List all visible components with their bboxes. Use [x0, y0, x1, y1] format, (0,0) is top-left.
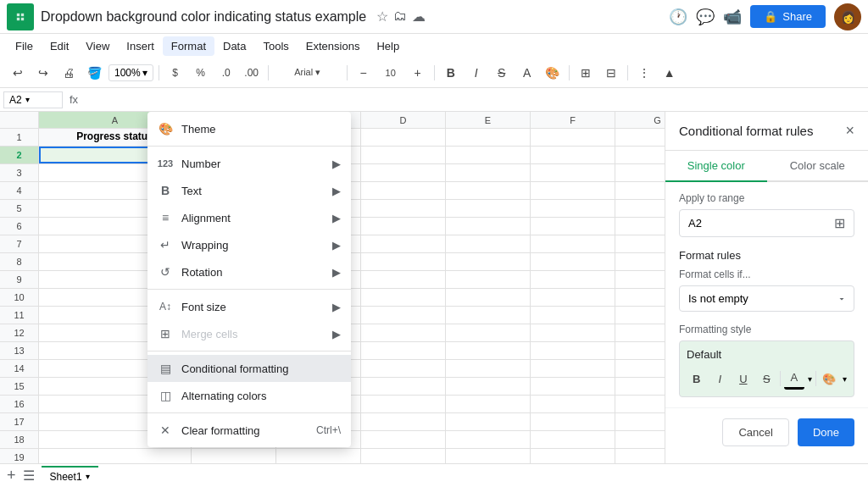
- menu-edit[interactable]: Edit: [42, 36, 77, 56]
- decrease-decimal-button[interactable]: .0: [215, 62, 237, 84]
- col-header-d[interactable]: D: [361, 112, 446, 128]
- range-grid-icon: ⊞: [834, 215, 845, 231]
- cell-ref-value: A2: [9, 94, 22, 106]
- menu-data[interactable]: Data: [214, 36, 254, 56]
- comment-icon[interactable]: 💬: [696, 8, 715, 26]
- text-color-button[interactable]: A: [516, 62, 538, 84]
- folder-icon[interactable]: 🗂: [393, 8, 407, 25]
- cell-e1[interactable]: [446, 129, 531, 146]
- fill-color-style-button[interactable]: 🎨: [819, 368, 839, 390]
- text-label: Text: [181, 185, 324, 197]
- menu-entry-alignment[interactable]: ≡ Alignment ▶: [147, 204, 351, 231]
- menu-entry-merge-cells[interactable]: ⊞ Merge cells ▶: [147, 320, 351, 347]
- increase-decimal-button[interactable]: .00: [241, 62, 263, 84]
- cloud-icon[interactable]: ☁: [412, 8, 426, 25]
- underline-style-button[interactable]: U: [733, 368, 754, 390]
- font-select[interactable]: Arial ▾: [274, 62, 342, 84]
- cell-e2[interactable]: [446, 147, 531, 163]
- collapse-toolbar-button[interactable]: ▲: [659, 62, 681, 84]
- sheet-tab-1[interactable]: Sheet1 ▾: [42, 466, 98, 486]
- percent-button[interactable]: %: [190, 62, 212, 84]
- redo-button[interactable]: ↪: [32, 62, 54, 84]
- italic-style-button[interactable]: I: [710, 368, 731, 390]
- user-avatar[interactable]: 👩: [834, 3, 861, 30]
- tab-color-scale[interactable]: Color scale: [767, 151, 869, 180]
- menu-view[interactable]: View: [77, 36, 118, 56]
- font-size-input[interactable]: 10: [378, 62, 403, 84]
- italic-button[interactable]: I: [465, 62, 487, 84]
- svg-rect-0: [14, 10, 27, 23]
- range-box[interactable]: A2 ⊞: [679, 209, 854, 237]
- share-label: Share: [782, 10, 812, 23]
- call-icon[interactable]: 📹: [723, 8, 742, 26]
- text-format-icon: B: [158, 183, 173, 198]
- cell-d1[interactable]: [361, 129, 446, 146]
- merge-cells-label: Merge cells: [181, 328, 324, 340]
- undo-button[interactable]: ↩: [7, 62, 29, 84]
- bold-button[interactable]: B: [440, 62, 462, 84]
- menu-entry-text[interactable]: B Text ▶: [147, 177, 351, 204]
- tab-single-color[interactable]: Single color: [665, 151, 767, 182]
- text-color-arrow[interactable]: ▾: [808, 374, 812, 384]
- cell-reference[interactable]: A2 ▾: [3, 91, 63, 108]
- text-color-style-button[interactable]: A: [784, 368, 804, 390]
- lock-icon: 🔒: [764, 10, 777, 23]
- cf-close-button[interactable]: ×: [845, 122, 854, 140]
- formula-bar: A2 ▾ fx: [0, 88, 868, 112]
- menu-entry-number[interactable]: 123 Number ▶: [147, 150, 351, 177]
- menu-entry-conditional-formatting[interactable]: ▤ Conditional formatting: [147, 355, 351, 382]
- print-button[interactable]: 🖨: [58, 62, 80, 84]
- bold-style-button[interactable]: B: [687, 368, 707, 390]
- condition-dropdown[interactable]: Is not empty Is empty Text contains Text…: [679, 285, 854, 312]
- menu-entry-rotation[interactable]: ↺ Rotation ▶: [147, 258, 351, 285]
- cf-panel-title: Conditional format rules: [679, 124, 813, 138]
- paint-format-button[interactable]: 🪣: [83, 62, 105, 84]
- star-icon[interactable]: ☆: [376, 8, 388, 25]
- fill-color-arrow[interactable]: ▾: [843, 374, 847, 384]
- zoom-control[interactable]: 100% ▾: [108, 64, 153, 81]
- formula-input[interactable]: [85, 92, 865, 108]
- fill-color-button[interactable]: 🎨: [542, 62, 564, 84]
- wrapping-arrow-icon: ▶: [332, 239, 341, 252]
- style-box: Default B I U S A ▾ 🎨 ▾: [679, 340, 854, 397]
- menu-entry-font-size[interactable]: A↕ Font size ▶: [147, 293, 351, 320]
- menu-format[interactable]: Format: [163, 36, 214, 56]
- menu-entry-alternating-colors[interactable]: ◫ Alternating colors: [147, 382, 351, 409]
- zoom-value: 100%: [114, 67, 141, 79]
- menu-help[interactable]: Help: [368, 36, 408, 56]
- history-icon[interactable]: 🕐: [669, 8, 687, 26]
- zoom-dropdown-icon: ▾: [142, 67, 147, 79]
- menu-entry-theme[interactable]: 🎨 Theme: [147, 115, 351, 142]
- menu-tools[interactable]: Tools: [254, 36, 297, 56]
- svg-rect-3: [17, 17, 19, 19]
- menu-file[interactable]: File: [7, 36, 42, 56]
- borders-button[interactable]: ⊞: [575, 62, 597, 84]
- strikethrough-button[interactable]: S: [491, 62, 513, 84]
- done-button[interactable]: Done: [798, 418, 854, 446]
- strikethrough-style-button[interactable]: S: [757, 368, 777, 390]
- cf-panel-header: Conditional format rules ×: [665, 112, 868, 151]
- menu-insert[interactable]: Insert: [118, 36, 163, 56]
- menu-extensions[interactable]: Extensions: [298, 36, 369, 56]
- merge-button[interactable]: ⊟: [600, 62, 622, 84]
- col-header-e[interactable]: E: [446, 112, 531, 128]
- merge-cells-arrow-icon: ▶: [332, 328, 341, 340]
- top-right-actions: 🕐 💬 📹 🔒 Share 👩: [669, 3, 861, 30]
- bottom-bar: + ☰ Sheet1 ▾: [0, 463, 868, 487]
- cancel-button[interactable]: Cancel: [722, 418, 788, 446]
- menu-entry-wrapping[interactable]: ↵ Wrapping ▶: [147, 231, 351, 258]
- clear-formatting-shortcut: Ctrl+\: [316, 424, 341, 436]
- menu-entry-clear-formatting[interactable]: ✕ Clear formatting Ctrl+\: [147, 417, 351, 444]
- cell-d2[interactable]: [361, 147, 446, 163]
- cell-f2[interactable]: [531, 147, 615, 163]
- share-button[interactable]: 🔒 Share: [750, 5, 826, 28]
- all-sheets-button[interactable]: ☰: [23, 468, 35, 484]
- increase-font-button[interactable]: +: [407, 62, 429, 84]
- add-another-rule-button[interactable]: + + Add another rule: [665, 457, 868, 463]
- decrease-font-button[interactable]: −: [353, 62, 375, 84]
- col-header-f[interactable]: F: [531, 112, 615, 128]
- cell-f1[interactable]: [531, 129, 615, 146]
- add-sheet-button[interactable]: +: [7, 467, 16, 484]
- currency-button[interactable]: $: [164, 62, 186, 84]
- more-button[interactable]: ⋮: [633, 62, 655, 84]
